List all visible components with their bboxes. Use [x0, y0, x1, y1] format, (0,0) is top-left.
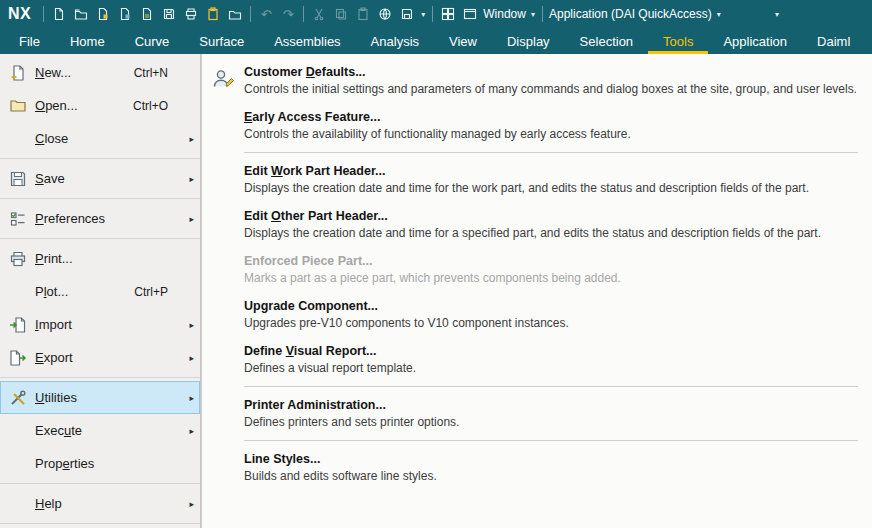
print-document-icon[interactable]: [136, 3, 158, 25]
menu-item-utilities[interactable]: Utilities ▸: [0, 381, 200, 414]
icon-spacer: [8, 129, 28, 149]
command-title: Printer Administration...: [244, 398, 856, 412]
command-description: Displays the creation date and time for …: [244, 181, 856, 195]
command-description: Marks a part as a piece part, which prev…: [244, 271, 856, 285]
menu-item-label: Utilities: [35, 390, 184, 405]
menu-separator: [0, 377, 200, 378]
shortcut-label: Ctrl+P: [134, 285, 168, 299]
new-icon: [8, 63, 28, 83]
command-title: Edit Work Part Header...: [244, 164, 856, 178]
menu-item-label: Print...: [35, 251, 194, 266]
icon-spacer: [8, 421, 28, 441]
menu-item-label: Import: [35, 317, 184, 332]
redo-icon[interactable]: ↷: [277, 3, 299, 25]
toolbar-separator: [432, 6, 433, 22]
print-icon: [8, 249, 28, 269]
application-selector-label: Application (DAI QuickAccess): [549, 7, 712, 21]
paste-icon[interactable]: [352, 3, 374, 25]
menu-item-help[interactable]: Help ▸: [0, 487, 200, 520]
save-icon: [8, 169, 28, 189]
titlebar: NX ↶ ↷: [0, 0, 872, 28]
shortcut-label: Ctrl+N: [134, 66, 168, 80]
tab-application[interactable]: Application: [708, 28, 802, 54]
undo-icon[interactable]: ↶: [255, 3, 277, 25]
save-icon[interactable]: [158, 3, 180, 25]
reopen-icon[interactable]: [224, 3, 246, 25]
menu-item-execute[interactable]: Execute ▸: [0, 414, 200, 447]
submenu-arrow-icon: ▸: [184, 134, 194, 144]
application-selector[interactable]: Application (DAI QuickAccess) ▾: [547, 7, 724, 21]
tab-analysis[interactable]: Analysis: [356, 28, 434, 54]
menu-item-preferences[interactable]: Preferences ▸: [0, 202, 200, 235]
menu-item-define-visual-report[interactable]: Define Visual Report... Defines a visual…: [202, 337, 872, 382]
menu-item-line-styles[interactable]: Line Styles... Builds and edits software…: [202, 445, 872, 490]
chevron-down-icon: ▾: [775, 10, 779, 19]
menu-separator: [0, 523, 200, 524]
tab-daimler[interactable]: Daiml: [802, 28, 865, 54]
menu-item-label: Close: [35, 131, 184, 146]
menu-item-printer-administration[interactable]: Printer Administration... Defines printe…: [202, 391, 872, 436]
menu-item-upgrade-component[interactable]: Upgrade Component... Upgrades pre-V10 co…: [202, 292, 872, 337]
submenu-arrow-icon: ▸: [184, 353, 194, 363]
tab-view[interactable]: View: [434, 28, 492, 54]
command-description: Controls the initial settings and parame…: [244, 82, 856, 96]
menu-item-plot[interactable]: Plot... Ctrl+P: [0, 275, 200, 308]
open-icon[interactable]: [70, 3, 92, 25]
tab-home[interactable]: Home: [55, 28, 120, 54]
toolbar-separator: [542, 6, 543, 22]
menu-item-save[interactable]: Save ▸: [0, 162, 200, 195]
command-title: Early Access Feature...: [244, 110, 856, 124]
menu-item-print[interactable]: Print...: [0, 242, 200, 275]
menu-item-close[interactable]: Close ▸: [0, 122, 200, 155]
save-displayed-button[interactable]: ▾: [396, 3, 428, 25]
menu-separator: [244, 440, 858, 441]
copy-icon[interactable]: [330, 3, 352, 25]
icon-spacer: [8, 494, 28, 514]
menu-item-label: Save: [35, 171, 184, 186]
window-menu-label: Window: [483, 7, 526, 21]
new-window-icon: [459, 3, 481, 25]
menu-item-customer-defaults[interactable]: Customer Defaults... Controls the initia…: [202, 58, 872, 103]
tab-file[interactable]: File: [4, 28, 55, 54]
save-as-icon[interactable]: [92, 3, 114, 25]
menu-item-label: Properties: [35, 456, 194, 471]
nx-window: NX ↶ ↷: [0, 0, 872, 528]
touch-mode-icon[interactable]: [374, 3, 396, 25]
command-title: Enforced Piece Part...: [244, 254, 856, 268]
open-icon: [8, 96, 28, 116]
window-menu-button[interactable]: Window ▾: [459, 3, 538, 25]
utilities-icon: [8, 388, 28, 408]
menu-separator: [244, 152, 858, 153]
command-description: Displays the creation date and time for …: [244, 226, 856, 240]
menu-item-export[interactable]: Export ▸: [0, 341, 200, 374]
tab-display[interactable]: Display: [492, 28, 565, 54]
ribbon-tabs: File Home Curve Surface Assemblies Analy…: [0, 28, 872, 54]
tab-tools[interactable]: Tools: [648, 28, 708, 54]
clipboard-icon[interactable]: [202, 3, 224, 25]
qat-overflow-icon[interactable]: ▾: [772, 10, 782, 19]
menu-item-edit-other-part-header[interactable]: Edit Other Part Header... Displays the c…: [202, 202, 872, 247]
menu-item-early-access-feature[interactable]: Early Access Feature... Controls the ava…: [202, 103, 872, 148]
file-menu: New... Ctrl+N Open... Ctrl+O Close ▸: [0, 54, 201, 528]
cut-icon[interactable]: [308, 3, 330, 25]
tab-assemblies[interactable]: Assemblies: [259, 28, 355, 54]
customer-defaults-icon: [210, 66, 236, 92]
print-icon[interactable]: [180, 3, 202, 25]
menu-separator: [244, 386, 858, 387]
tab-surface[interactable]: Surface: [184, 28, 259, 54]
new-part-icon[interactable]: [48, 3, 70, 25]
tab-curve[interactable]: Curve: [120, 28, 185, 54]
icon-spacer: [8, 282, 28, 302]
menu-separator: [0, 158, 200, 159]
menu-item-label: Plot...: [35, 284, 134, 299]
menu-item-new[interactable]: New... Ctrl+N: [0, 56, 200, 89]
menu-item-open[interactable]: Open... Ctrl+O: [0, 89, 200, 122]
menu-item-edit-work-part-header[interactable]: Edit Work Part Header... Displays the cr…: [202, 157, 872, 202]
tile-windows-icon[interactable]: [437, 3, 459, 25]
command-description: Controls the availability of functionali…: [244, 127, 856, 141]
export-document-icon[interactable]: [114, 3, 136, 25]
menu-item-import[interactable]: Import ▸: [0, 308, 200, 341]
menu-item-properties[interactable]: Properties: [0, 447, 200, 480]
tab-selection[interactable]: Selection: [565, 28, 648, 54]
submenu-arrow-icon: ▸: [184, 174, 194, 184]
